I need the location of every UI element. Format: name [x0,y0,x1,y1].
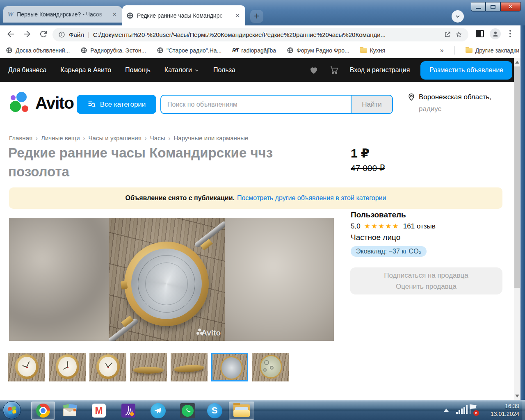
taskbar-skype-button[interactable] [203,402,226,420]
login-link[interactable]: Вход и регистрация [350,66,410,74]
post-ad-button[interactable]: Разместить объявление [420,61,512,80]
bookmark-item[interactable]: Форум Радио Фро... [287,47,349,54]
seller-type: Частное лицо [351,233,400,242]
banner-category-link[interactable]: Посмотреть другие объявления в этой кате… [237,194,386,202]
browser-tab-active[interactable]: Редкие ранние часы Командирс ✕ [122,5,245,25]
back-icon[interactable] [6,29,16,39]
nav-link-benefit[interactable]: Польза [213,66,235,74]
reviews-count[interactable]: 161 отзыв [403,222,436,231]
person-icon [492,30,499,38]
all-categories-label: Все категории [100,100,146,109]
avito-logo[interactable]: Avito [10,92,73,114]
thumbnail-watch-side-2[interactable] [171,353,208,381]
taskbar-chrome-button[interactable] [31,402,55,420]
bookmark-star-icon[interactable] [455,31,463,39]
taskbar-clock[interactable]: 16:39 13.01.2024 [491,402,519,418]
main-photo-gallery[interactable]: Avito [9,218,334,341]
thumbnail-strip [8,353,289,381]
eco-badge[interactable]: Эковклад: −37 кг CO₂ [351,246,427,257]
bookmark-item[interactable]: "Старое радио".На... [157,47,221,54]
nav-link-catalogs[interactable]: Каталоги [164,66,199,74]
thumbnail-watch-caseback-selected[interactable] [211,353,248,381]
new-tab-button[interactable]: + [250,10,263,23]
thumbnail-watch-face-1[interactable] [8,353,45,381]
nav-link-help[interactable]: Помощь [125,66,151,74]
breadcrumb-item[interactable]: Личные вещи [41,135,88,142]
share-icon[interactable] [443,31,451,39]
maximize-button[interactable] [486,2,500,11]
taskbar-mail-button[interactable] [58,402,82,420]
breadcrumb-item[interactable]: Наручные или карманные [173,135,248,142]
profile-avatar[interactable] [490,28,501,39]
tab-close-icon[interactable]: ✕ [234,12,241,19]
menu-dots-icon[interactable] [509,30,511,32]
reload-icon[interactable] [39,29,48,39]
bookmark-item[interactable]: Доска объявлений... [6,47,70,54]
breadcrumb-item[interactable]: Часы [150,135,174,142]
thumbnail-watch-face-2[interactable] [49,353,86,381]
taskbar-purple-app-button[interactable] [116,402,140,420]
bookmarks-overflow-chevron[interactable]: » [440,47,444,54]
telegram-icon [151,403,166,418]
scroll-up-arrow[interactable] [515,61,519,64]
all-categories-button[interactable]: Все категории [77,95,156,114]
nav-link-label: Каталоги [164,66,192,74]
breadcrumb-item[interactable]: Часы и украшения [89,135,150,142]
favorites-heart-icon[interactable] [309,65,319,75]
bookmark-label: Форум Радио Фро... [297,47,349,54]
globe-icon [287,47,294,54]
watch-forum-favicon: W [7,10,14,18]
nav-link-business[interactable]: Для бизнеса [8,66,46,74]
location-selector[interactable]: Воронежская область, радиус [407,93,491,113]
rate-seller-button[interactable]: Оценить продавца [396,283,457,291]
skype-icon [207,403,222,418]
minimize-button[interactable] [471,2,486,11]
location-pin-icon [407,93,415,101]
thumbnail-watch-movement[interactable] [252,353,289,381]
tab-close-icon[interactable]: ✕ [111,11,118,18]
info-icon[interactable] [58,31,65,38]
network-signal-icon[interactable] [456,405,468,414]
taskbar-whatsapp-button[interactable] [176,402,199,420]
show-desktop-button[interactable] [522,400,525,420]
nav-link-career[interactable]: Карьера в Авито [60,66,111,74]
browser-tab-inactive[interactable]: W Первые Командирские? - Часов ✕ [3,6,122,23]
start-button[interactable] [3,401,21,419]
bookmarks-bar: Доска объявлений... Радиорубка. Эстон...… [0,43,525,58]
location-radius[interactable]: радиус [419,105,491,113]
address-bar[interactable]: Файл | C:/Документы%20-%20user/Часы/Перм… [52,28,468,41]
steel-caseback [131,249,202,319]
taskbar-explorer-button[interactable] [229,402,254,420]
bookmark-item[interactable]: R⁄T radiopagājība [232,47,276,54]
subscribe-seller-button[interactable]: Подписаться на продавца [384,272,468,280]
bookmark-folder[interactable]: Кухня [360,47,385,54]
bookmark-label: Радиорубка. Эстон... [90,47,146,54]
other-bookmarks-folder[interactable]: Другие закладки [466,47,519,54]
thumbnail-watch-face-3[interactable] [89,353,126,381]
photo-blur-right [225,218,334,341]
scrollbar-thumb[interactable] [514,66,520,288]
chevron-down-icon [194,68,199,73]
action-center-flag-icon[interactable]: ✕ [468,404,478,415]
side-panel-icon[interactable] [476,30,484,37]
url-text: C:/Документы%20-%20user/Часы/Пермь%20Ком… [93,31,440,38]
scroll-down-arrow[interactable] [515,395,519,397]
tray-show-hidden-icons[interactable] [444,409,449,412]
avito-top-nav: Для бизнеса Карьера в Авито Помощь Катал… [0,58,520,82]
cart-icon[interactable] [329,65,339,75]
forward-icon[interactable] [22,29,32,39]
window-controls [471,2,521,11]
close-button[interactable] [500,2,521,11]
taskbar-telegram-button[interactable] [146,402,170,420]
search-submit-button[interactable]: Найти [351,96,392,113]
tab-search-chevron-icon[interactable] [452,10,464,23]
taskbar-gmail-button[interactable] [87,402,111,420]
windows-flag-icon [8,406,16,414]
breadcrumb-item[interactable]: Главная [9,135,41,142]
bookmark-item[interactable]: Радиорубка. Эстон... [80,47,146,54]
breadcrumb: Главная Личные вещи Часы и украшения Час… [9,135,248,142]
page-scrollbar[interactable] [514,58,520,400]
globe-favicon [126,12,134,19]
search-input[interactable] [161,96,351,113]
thumbnail-watch-side-1[interactable] [130,353,167,381]
